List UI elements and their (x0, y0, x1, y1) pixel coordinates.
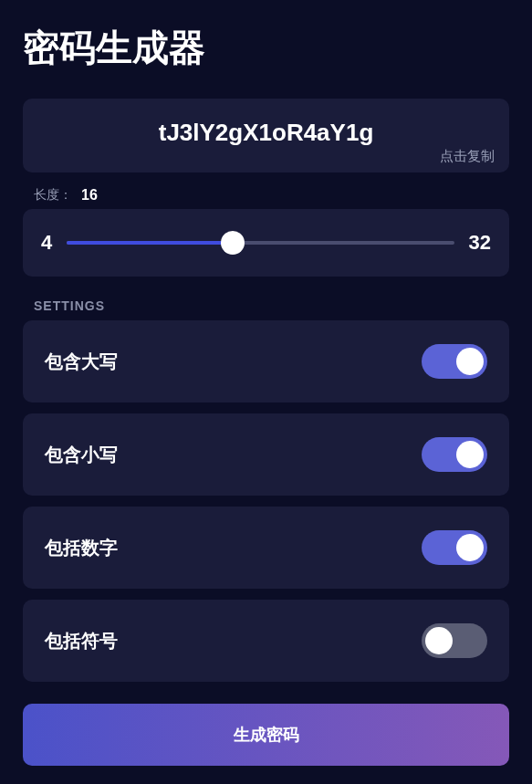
password-display-card[interactable]: tJ3lY2gX1oR4aY1g 点击复制 (23, 99, 509, 172)
toggle-symbols[interactable] (422, 623, 487, 658)
setting-numbers-label: 包括数字 (45, 536, 118, 560)
toggle-knob (456, 348, 484, 375)
slider-max: 32 (469, 231, 491, 255)
slider-fill (67, 241, 233, 245)
length-value: 16 (81, 187, 98, 204)
toggle-uppercase[interactable] (422, 344, 487, 379)
slider-thumb[interactable] (221, 231, 245, 255)
settings-header: SETTINGS (23, 298, 509, 313)
setting-symbols: 包括符号 (23, 600, 509, 682)
setting-lowercase-label: 包含小写 (45, 443, 118, 467)
length-slider-card: 4 32 (23, 209, 509, 277)
toggle-knob (456, 534, 484, 561)
slider-min: 4 (41, 231, 52, 255)
toggle-lowercase[interactable] (422, 437, 487, 472)
setting-symbols-label: 包括符号 (45, 629, 118, 653)
length-label: 长度： (34, 187, 72, 204)
copy-hint: 点击复制 (440, 148, 495, 165)
toggle-knob (456, 441, 484, 468)
setting-lowercase: 包含小写 (23, 413, 509, 496)
length-slider[interactable] (67, 241, 454, 245)
page-title: 密码生成器 (23, 23, 509, 73)
setting-numbers: 包括数字 (23, 507, 509, 589)
toggle-numbers[interactable] (422, 530, 487, 565)
generate-button[interactable]: 生成密码 (23, 704, 509, 766)
generated-password: tJ3lY2gX1oR4aY1g (43, 119, 489, 147)
setting-uppercase: 包含大写 (23, 320, 509, 402)
setting-uppercase-label: 包含大写 (45, 350, 118, 374)
length-readout: 长度： 16 (23, 187, 509, 204)
toggle-knob (425, 627, 453, 654)
